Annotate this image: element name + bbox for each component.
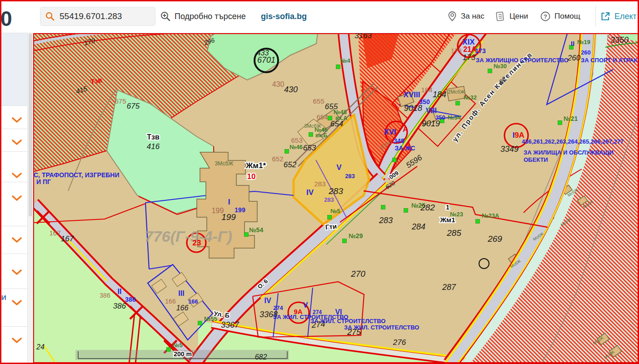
sidebar-scrollbar[interactable] [27, 33, 33, 364]
map-label: 9019 [422, 119, 440, 128]
map-label: №5 [173, 342, 183, 349]
map-label: №21 [564, 115, 578, 122]
map-label: 654 [330, 120, 343, 128]
map-label: 167 [49, 229, 60, 237]
map-label: 282 [420, 203, 435, 212]
map-label: №29 [349, 232, 363, 239]
map-label: вх.Б [315, 132, 327, 139]
map-label: №4 [340, 57, 350, 64]
map-label: 654 [316, 113, 328, 121]
map-label: III [178, 289, 184, 297]
address-point [404, 209, 408, 213]
map-label: №54 [249, 226, 263, 234]
map-label: Гти [325, 222, 337, 231]
map-label: №34 [448, 114, 461, 121]
map-label: XVIII [404, 90, 420, 99]
map-label: Жм1* [245, 161, 266, 170]
address-point [488, 69, 492, 73]
help-circle-icon: ? [540, 11, 551, 22]
map-label: №19 [577, 39, 590, 45]
map-label: 349 [394, 137, 404, 145]
nav-eservices-label: Елект [614, 12, 637, 21]
sidebar-panel-8-chevron-down-icon[interactable] [12, 338, 22, 344]
map-label: 3163 [354, 33, 372, 40]
price-list-icon [495, 11, 506, 22]
map-label: ЗА ЖИЛ. СТРОИТЕЛСТВО [310, 318, 385, 324]
map-label: I [513, 131, 515, 140]
address-point [393, 158, 397, 162]
logo[interactable]: 0 [0, 6, 12, 31]
map-label: 430 [284, 85, 298, 94]
cadastral-map[interactable]: ул. Проф. Асен Киселинчев 170296Тзв41567… [33, 33, 639, 364]
external-link-icon [600, 11, 611, 22]
nav-help-label: Помощ [554, 12, 580, 21]
sidebar-panel-7-chevron-down-icon[interactable] [12, 300, 22, 306]
map-label: ОБЕКТИ [524, 156, 548, 163]
map-label: №55 [204, 315, 217, 322]
map-label: 276 [393, 338, 406, 347]
scrollbar-thumb[interactable] [29, 34, 32, 216]
map-label: 166 [165, 298, 176, 305]
nav-about[interactable]: За нас [447, 0, 484, 33]
map-label: 3367 [221, 320, 240, 329]
map-label: 287 [442, 283, 456, 292]
map-label: 776(Г-9-4-Г) [145, 228, 232, 245]
address-point [476, 219, 480, 224]
detailed-search-link[interactable]: Подробно търсене [160, 0, 246, 33]
map-label: ЗА ЖИЛИЩНО СТРОИТЕЛСТВО [476, 57, 569, 64]
sidebar-panel-5-chevron-down-icon[interactable] [12, 237, 22, 243]
sidebar-panel-4-chevron-down-icon[interactable] [12, 195, 22, 201]
map-label: 386 [113, 302, 126, 310]
map-label: 6701 [257, 55, 275, 65]
map-label: 184 [421, 86, 432, 94]
map-label: 284 [411, 222, 425, 231]
map-label: 675 [115, 97, 126, 105]
map-label: 386 [100, 292, 110, 299]
map-label: 260 [581, 49, 591, 56]
map-viewport[interactable]: ул. Проф. Асен Киселинчев 170296Тзв41567… [33, 33, 639, 364]
nav-eservices[interactable]: Елект [600, 0, 637, 33]
sidebar-panel-3-chevron-down-icon[interactable] [12, 173, 22, 179]
map-label: 270 [350, 269, 365, 279]
address-point [245, 233, 249, 237]
address-point [343, 239, 347, 243]
map-label: №48 [334, 109, 347, 115]
map-label: С, ТРАФОПОСТ, ИЗГРЕБНИ [34, 171, 119, 179]
sidebar-panel-6-chevron-down-icon[interactable] [12, 269, 22, 275]
address-point [309, 133, 313, 137]
sidebar-panel-2-chevron-down-icon[interactable] [12, 140, 22, 145]
map-label: Тзв [147, 133, 160, 141]
search-box[interactable] [40, 7, 155, 26]
detailed-search-label: Подробно търсене [175, 12, 246, 21]
map-label: 652 [272, 155, 283, 163]
map-label: 166 [176, 304, 189, 312]
map-label: 653 [303, 144, 316, 152]
nav-about-label: За нас [461, 12, 484, 21]
map-label: 682 [255, 353, 267, 361]
svg-text:?: ? [544, 13, 547, 20]
map-label: 10 [247, 172, 256, 181]
nav-help[interactable]: ? Помощ [540, 0, 580, 33]
map-label: 283 [328, 186, 343, 196]
site-link[interactable]: gis-sofia.bg [261, 0, 307, 33]
map-label: 283 [345, 173, 355, 180]
map-label: 3МсбЖ [215, 160, 234, 167]
address-point [336, 65, 340, 69]
nav-prices[interactable]: Цени [495, 0, 528, 33]
map-label: 200 m [174, 350, 192, 358]
search-input[interactable] [59, 11, 147, 22]
map-label: 283 [314, 180, 325, 188]
sidebar-panel-1-chevron-down-icon[interactable] [12, 117, 22, 123]
map-label: 653 [291, 136, 302, 144]
map-label: 184 [433, 90, 446, 99]
sidebar-cut-label: И [1, 294, 6, 301]
map-label: 655 [313, 97, 324, 105]
map-label: №23А [482, 212, 499, 219]
header-divider [595, 6, 596, 26]
map-label: 3350 [610, 35, 629, 45]
map-label: 173 [463, 53, 476, 62]
address-point [328, 215, 332, 219]
location-pin-icon [447, 11, 457, 22]
map-label: 283 [324, 196, 334, 203]
map-label: А [403, 125, 408, 133]
